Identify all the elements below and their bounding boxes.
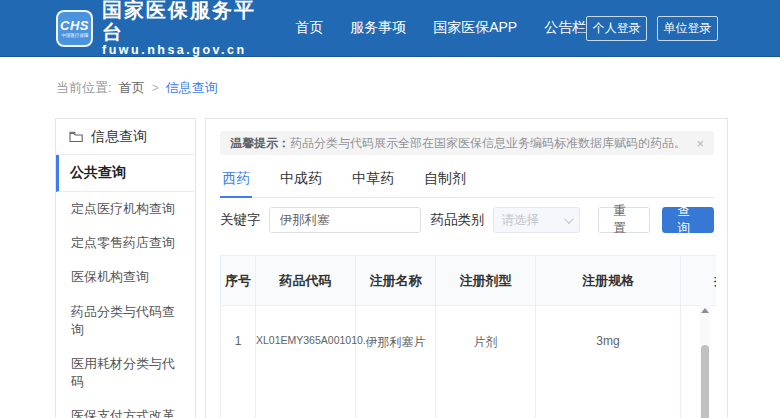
nav-item-app[interactable]: 国家医保APP xyxy=(433,19,517,37)
logo-badge-subtext: 中国医疗保障 xyxy=(61,32,88,37)
sidebar-item-insurance-agencies[interactable]: 医保机构查询 xyxy=(56,260,195,294)
sidebar: 信息查询 公共查询 定点医疗机构查询 定点零售药店查询 医保机构查询 药品分类与… xyxy=(55,118,196,418)
cell-index: 1 xyxy=(221,306,256,418)
main-nav: 首页 服务事项 国家医保APP 公告栏 xyxy=(295,19,586,37)
cell-drug-code: XL01EMY365A001010... xyxy=(256,306,356,418)
cell-registered-name: 伊那利塞片 xyxy=(356,306,436,418)
site-title-block: 国家医保服务平台 fuwu.nhsa.gov.cn xyxy=(102,0,269,58)
site-domain: fuwu.nhsa.gov.cn xyxy=(102,43,269,58)
sidebar-item-payment-reform-pilot-cities[interactable]: 医保支付方式改革试点城市 xyxy=(56,399,195,418)
category-label: 药品类别 xyxy=(431,211,485,229)
cell-registered-spec: 3mg xyxy=(536,306,681,418)
breadcrumb-home-link[interactable]: 首页 xyxy=(119,79,145,97)
app-header: CHS 中国医疗保障 国家医保服务平台 fuwu.nhsa.gov.cn 首页 … xyxy=(0,0,780,57)
table-header-row: 序号 药品代码 注册名称 注册剂型 注册规格 批准文号 xyxy=(221,256,717,306)
category-placeholder: 请选择 xyxy=(502,212,540,229)
reset-button[interactable]: 重置 xyxy=(598,207,650,233)
close-icon[interactable]: × xyxy=(688,136,704,151)
tab-western-medicine[interactable]: 西药 xyxy=(220,167,252,198)
category-select[interactable]: 请选择 xyxy=(493,207,581,233)
folder-icon xyxy=(69,131,84,143)
chevron-down-icon xyxy=(564,214,574,224)
notice-bar: 温馨提示： 药品分类与代码展示全部在国家医保信息业务编码标准数据库赋码的药品。 … xyxy=(220,131,714,155)
cell-registered-dosage-form: 片剂 xyxy=(436,306,536,418)
personal-login-button[interactable]: 个人登录 xyxy=(586,16,647,41)
nav-item-services[interactable]: 服务事项 xyxy=(350,19,406,37)
tab-chinese-patent-medicine[interactable]: 中成药 xyxy=(278,167,324,197)
nav-item-home[interactable]: 首页 xyxy=(295,19,323,37)
cell-approval-number xyxy=(681,306,717,418)
scroll-up-arrow-icon[interactable] xyxy=(701,308,709,313)
sidebar-item-designated-retail-pharmacies[interactable]: 定点零售药店查询 xyxy=(56,226,195,260)
unit-login-button[interactable]: 单位登录 xyxy=(657,16,718,41)
site-title: 国家医保服务平台 xyxy=(102,0,269,43)
results-table-wrap: 序号 药品代码 注册名称 注册剂型 注册规格 批准文号 1 XL01EMY365… xyxy=(220,255,716,418)
notice-text: 药品分类与代码展示全部在国家医保信息业务编码标准数据库赋码的药品。 xyxy=(290,135,686,152)
sidebar-item-medical-consumables-code[interactable]: 医用耗材分类与代码 xyxy=(56,347,195,399)
col-header-approval-number: 批准文号 xyxy=(681,256,717,306)
tab-chinese-herbal-medicine[interactable]: 中草药 xyxy=(350,167,396,197)
chs-logo-icon: CHS 中国医疗保障 xyxy=(56,10,93,47)
scrollbar-thumb[interactable] xyxy=(701,345,709,418)
search-button[interactable]: 查询 xyxy=(662,207,714,233)
sidebar-header-label: 信息查询 xyxy=(91,128,147,146)
notice-label: 温馨提示： xyxy=(230,135,290,152)
col-header-drug-code: 药品代码 xyxy=(256,256,356,306)
drug-type-tabs: 西药 中成药 中草药 自制剂 xyxy=(220,167,714,198)
breadcrumb: 当前位置: 首页 > 信息查询 xyxy=(56,79,218,97)
table-row: 1 XL01EMY365A001010... 伊那利塞片 片剂 3mg xyxy=(221,306,717,418)
table-vertical-scrollbar[interactable] xyxy=(700,305,710,418)
breadcrumb-separator: > xyxy=(152,81,159,95)
breadcrumb-prefix: 当前位置: xyxy=(56,79,112,97)
results-table: 序号 药品代码 注册名称 注册剂型 注册规格 批准文号 1 XL01EMY365… xyxy=(220,255,716,418)
tab-self-prepared[interactable]: 自制剂 xyxy=(422,167,468,197)
nav-item-announcements[interactable]: 公告栏 xyxy=(544,19,586,37)
sidebar-item-drug-classification-code[interactable]: 药品分类与代码查询 xyxy=(56,295,195,347)
sidebar-section-public-query[interactable]: 公共查询 xyxy=(56,155,195,192)
col-header-registered-dosage-form: 注册剂型 xyxy=(436,256,536,306)
breadcrumb-current[interactable]: 信息查询 xyxy=(166,79,218,97)
filter-row: 关键字 药品类别 请选择 重置 查询 xyxy=(220,207,714,233)
col-header-registered-spec: 注册规格 xyxy=(536,256,681,306)
keyword-label: 关键字 xyxy=(220,211,261,229)
sidebar-header-info-query[interactable]: 信息查询 xyxy=(56,119,195,155)
col-header-registered-name: 注册名称 xyxy=(356,256,436,306)
keyword-input[interactable] xyxy=(269,207,421,233)
main-content-card: 温馨提示： 药品分类与代码展示全部在国家医保信息业务编码标准数据库赋码的药品。 … xyxy=(205,118,728,418)
logo-badge-text: CHS xyxy=(60,19,89,32)
sidebar-item-designated-medical-institutions[interactable]: 定点医疗机构查询 xyxy=(56,192,195,226)
col-header-index: 序号 xyxy=(221,256,256,306)
